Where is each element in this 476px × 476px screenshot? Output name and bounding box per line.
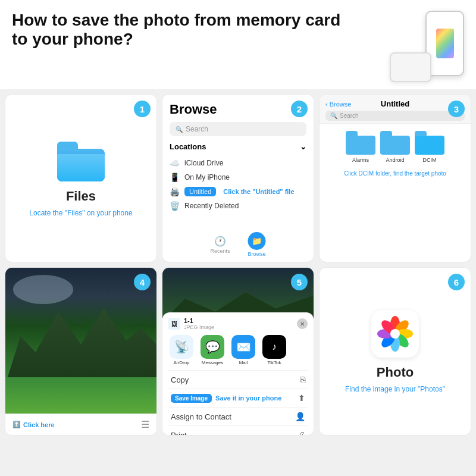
dcim-back-button[interactable]: ‹ Browse bbox=[325, 101, 351, 108]
files-icon bbox=[57, 140, 105, 181]
tiktok-icon: ♪ bbox=[262, 335, 286, 359]
recents-label: Recents bbox=[210, 248, 230, 254]
share-sheet: 🖼 1-1 JPEG Image ✕ 📡 AirDrop 💬 Messages bbox=[162, 312, 314, 435]
folder-alarms[interactable]: Alarms bbox=[346, 131, 375, 163]
step-6-badge: 6 bbox=[448, 274, 465, 290]
copy-label: Copy bbox=[171, 375, 189, 384]
save-image-icon: ⬆ bbox=[298, 393, 305, 403]
share-file-name: 1-1 bbox=[184, 317, 214, 324]
save-phone-label: Save it in your phone bbox=[215, 394, 281, 402]
dcim-folder-icon bbox=[415, 131, 444, 155]
dcim-nav: ‹ Browse Untitled bbox=[325, 99, 465, 108]
header: How to save the photo from memory card t… bbox=[0, 0, 476, 89]
step-6-cell: 6 P bbox=[319, 267, 471, 436]
page-title: How to save the photo from memory card t… bbox=[12, 11, 345, 49]
click-here-button[interactable]: ⬆️ Click here bbox=[12, 421, 55, 428]
icloud-item[interactable]: ☁️ iCloud Drive bbox=[170, 156, 306, 170]
deleted-label: Recently Deleted bbox=[184, 202, 239, 210]
alarms-folder-icon bbox=[346, 131, 375, 155]
step-1-cell: 1 Files Locate the "Files" on your phone bbox=[5, 94, 157, 262]
messages-icon: 💬 bbox=[201, 335, 224, 359]
iphone-icon: 📱 bbox=[170, 173, 180, 182]
icloud-label: iCloud Drive bbox=[184, 159, 223, 167]
android-folder-icon bbox=[380, 131, 410, 155]
dcim-search-bar[interactable]: 🔍 Search bbox=[325, 111, 465, 121]
folders-grid: Alarms Android DCIM bbox=[320, 124, 471, 170]
dcim-title: Untitled bbox=[381, 99, 409, 108]
share-icon: ⬆️ bbox=[12, 421, 21, 428]
share-apps-row: 📡 AirDrop 💬 Messages ✉️ Mail ♪ TikTok bbox=[168, 335, 308, 365]
folder-android[interactable]: Android bbox=[380, 131, 410, 163]
assign-icon: 👤 bbox=[295, 412, 305, 421]
share-tiktok[interactable]: ♪ TikTok bbox=[261, 335, 287, 365]
assign-label: Assign to Contact bbox=[171, 412, 231, 421]
step-4-badge: 4 bbox=[134, 274, 151, 290]
share-sheet-header: 🖼 1-1 JPEG Image ✕ bbox=[168, 317, 308, 330]
share-airdrop[interactable]: 📡 AirDrop bbox=[168, 335, 195, 365]
copy-icon: ⎘ bbox=[300, 375, 305, 384]
alarms-label: Alarms bbox=[352, 157, 369, 163]
assign-action[interactable]: Assign to Contact 👤 bbox=[168, 407, 308, 425]
locations-header: Locations ⌄ bbox=[170, 142, 306, 151]
photos-flower-svg bbox=[377, 316, 413, 352]
mountain-silhouette bbox=[5, 304, 156, 384]
print-icon: 🖨 bbox=[297, 430, 305, 436]
step-2-badge: 2 bbox=[291, 101, 308, 117]
dcim-search-icon: 🔍 bbox=[330, 112, 337, 119]
save-image-chip: Save Image bbox=[171, 394, 212, 403]
folder-front bbox=[57, 154, 105, 181]
deleted-item[interactable]: 🗑️ Recently Deleted bbox=[170, 199, 306, 213]
share-mail[interactable]: ✉️ Mail bbox=[230, 335, 256, 365]
deleted-icon: 🗑️ bbox=[170, 201, 180, 211]
photo-caption: Find the image in your "Photos" bbox=[345, 385, 445, 393]
share-messages[interactable]: 💬 Messages bbox=[199, 335, 226, 365]
browse-title: Browse bbox=[170, 102, 306, 117]
step-2-cell: 2 Browse 🔍 Search Locations ⌄ ☁️ iCloud … bbox=[162, 94, 314, 262]
locations-chevron: ⌄ bbox=[300, 142, 306, 151]
messages-label: Messages bbox=[202, 360, 223, 365]
step-4-cell: 4 ⬆️ Click here ☰ bbox=[5, 267, 157, 436]
untitled-chip: Untitled bbox=[184, 187, 216, 196]
landscape-photo bbox=[5, 268, 156, 414]
steps-grid: 1 Files Locate the "Files" on your phone… bbox=[0, 89, 476, 440]
dcim-caption: Click DCIM folder, find the target photo bbox=[320, 170, 471, 181]
list-view-icon[interactable]: ☰ bbox=[141, 419, 149, 430]
icloud-icon: ☁️ bbox=[170, 158, 180, 168]
browse-search-placeholder: Search bbox=[186, 125, 208, 133]
step-3-badge: 3 bbox=[448, 101, 465, 117]
photo-title: Photo bbox=[377, 365, 414, 380]
untitled-icon: 🖨️ bbox=[170, 187, 180, 196]
airdrop-label: AirDrop bbox=[173, 360, 189, 365]
files-caption: Locate the "Files" on your phone bbox=[29, 209, 132, 217]
share-close-button[interactable]: ✕ bbox=[297, 318, 308, 329]
android-label: Android bbox=[386, 157, 404, 163]
save-image-action[interactable]: Save Image Save it in your phone ⬆ bbox=[168, 389, 308, 407]
photo-toolbar: ⬆️ Click here ☰ bbox=[5, 414, 156, 435]
card-reader-device bbox=[390, 52, 431, 82]
tiktok-label: TikTok bbox=[268, 360, 281, 365]
click-untitled-label: Click the "Untitled" file bbox=[223, 188, 294, 195]
step-3-cell: 3 ‹ Browse Untitled 🔍 Search Alarms bbox=[319, 94, 471, 262]
print-label: Print bbox=[171, 431, 187, 436]
sky-clouds bbox=[13, 275, 74, 304]
print-action[interactable]: Print 🖨 bbox=[168, 425, 308, 436]
recents-icon: 🕐 bbox=[214, 236, 226, 247]
browse-search-bar[interactable]: 🔍 Search bbox=[170, 122, 306, 136]
browse-active-icon[interactable]: 📁 bbox=[248, 232, 266, 250]
click-here-label: Click here bbox=[23, 421, 55, 428]
dcim-search-placeholder: Search bbox=[340, 112, 359, 119]
step-5-cell: 5 🖼 1-1 JPEG Image ✕ 📡 AirDrop bbox=[162, 267, 314, 436]
mail-label: Mail bbox=[239, 360, 248, 365]
svg-point-8 bbox=[390, 329, 400, 339]
share-file-icon: 🖼 bbox=[168, 318, 180, 330]
copy-action[interactable]: Copy ⎘ bbox=[168, 370, 308, 389]
folder-dcim[interactable]: DCIM bbox=[415, 131, 444, 163]
airdrop-icon: 📡 bbox=[170, 335, 193, 359]
device-illustration bbox=[387, 11, 464, 82]
files-title: Files bbox=[66, 189, 96, 204]
valley-green bbox=[5, 377, 156, 414]
dcim-label: DCIM bbox=[423, 157, 437, 163]
untitled-item[interactable]: 🖨️ Untitled Click the "Untitled" file bbox=[170, 184, 306, 199]
browse-label: Browse bbox=[248, 251, 266, 257]
iphone-item[interactable]: 📱 On My iPhone bbox=[170, 170, 306, 184]
